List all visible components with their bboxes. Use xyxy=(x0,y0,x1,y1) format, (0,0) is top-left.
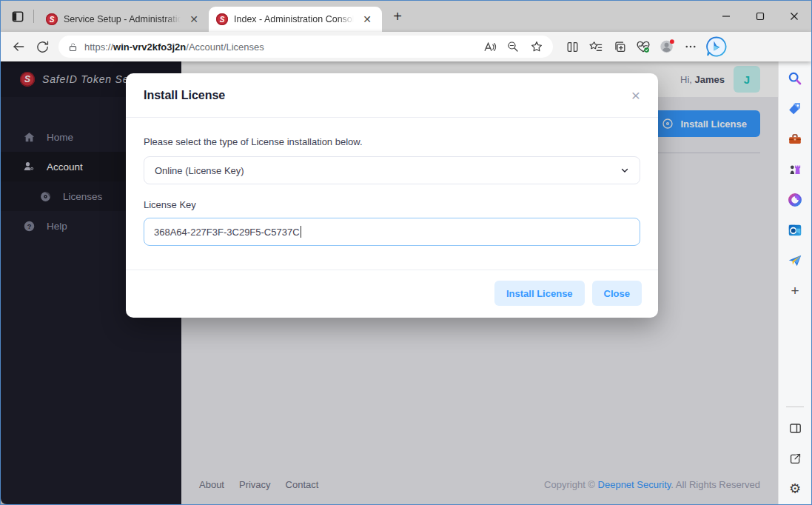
new-tab-button[interactable]: + xyxy=(388,7,407,26)
copilot-bing-icon[interactable] xyxy=(705,36,728,58)
license-type-select[interactable]: Online (License Key) xyxy=(144,156,640,184)
profile-avatar-icon[interactable] xyxy=(655,35,679,58)
split-screen-icon[interactable] xyxy=(560,35,584,58)
tab-index-active[interactable]: S Index - Administration Console ✕ xyxy=(209,7,382,32)
read-aloud-icon[interactable] xyxy=(477,35,501,58)
window-controls xyxy=(709,4,811,29)
tab-title: Service Setup - Administration Console xyxy=(64,14,181,24)
browser-window: S Service Setup - Administration Console… xyxy=(0,0,812,505)
zoom-out-icon[interactable] xyxy=(501,35,525,58)
back-icon[interactable] xyxy=(7,35,30,58)
modal-install-license-button[interactable]: Install License xyxy=(494,281,585,306)
tab-divider xyxy=(33,10,34,23)
url-text: https://win-vrv2kfo3j2n/Account/Licenses xyxy=(84,41,264,53)
favorite-star-icon[interactable] xyxy=(525,35,548,58)
text-caret xyxy=(301,226,301,238)
web-page-area: S SafeID Token Service Home Accou xyxy=(1,61,778,504)
tab-actions-menu-icon[interactable] xyxy=(10,8,26,24)
license-key-value: 368A64-227F3F-3C29F5-C5737C xyxy=(154,227,300,238)
modal-close-icon[interactable]: × xyxy=(631,87,640,103)
sidebar-outlook-icon[interactable] xyxy=(785,221,805,240)
lock-icon xyxy=(67,41,78,53)
tab-close-icon[interactable]: ✕ xyxy=(360,13,375,26)
sidebar-tools-icon[interactable] xyxy=(785,130,805,149)
sidebar-games-icon[interactable] xyxy=(785,160,805,179)
safeid-favicon-icon: S xyxy=(216,13,228,25)
favorites-list-icon[interactable] xyxy=(584,35,608,58)
more-options-icon[interactable] xyxy=(679,35,702,58)
license-key-input[interactable]: 368A64-227F3F-3C29F5-C5737C xyxy=(144,218,640,246)
toolbar-right-icons xyxy=(560,35,728,58)
chevron-down-icon xyxy=(620,166,629,175)
collections-icon[interactable] xyxy=(608,35,631,58)
sidebar-panel-icon[interactable] xyxy=(785,418,805,438)
edge-sidebar: + ⚙ xyxy=(778,61,811,504)
sidebar-shopping-icon[interactable] xyxy=(785,99,805,118)
refresh-icon[interactable] xyxy=(30,35,54,58)
minimize-button[interactable] xyxy=(709,4,743,29)
sidebar-add-icon[interactable]: + xyxy=(785,281,805,301)
close-window-button[interactable] xyxy=(777,4,811,29)
modal-title: Install License xyxy=(144,89,225,102)
tab-strip: S Service Setup - Administration Console… xyxy=(1,1,811,32)
tab-close-icon[interactable]: ✕ xyxy=(187,13,201,26)
sidebar-microsoft-365-icon[interactable] xyxy=(785,190,805,210)
modal-close-button[interactable]: Close xyxy=(592,281,642,306)
tab-service-setup[interactable]: S Service Setup - Administration Console… xyxy=(38,7,209,32)
browser-toolbar: https://win-vrv2kfo3j2n/Account/Licenses xyxy=(1,32,811,61)
safeid-favicon-icon: S xyxy=(46,13,58,25)
install-license-modal: Install License × Please select the type… xyxy=(126,73,658,318)
edge-sidebar-bottom: ⚙ xyxy=(779,407,811,498)
maximize-button[interactable] xyxy=(743,4,777,29)
open-in-window-icon[interactable] xyxy=(785,449,805,468)
license-type-label: Please select the type of License instal… xyxy=(144,136,640,147)
address-bar[interactable]: https://win-vrv2kfo3j2n/Account/Licenses xyxy=(58,36,553,58)
tab-title: Index - Administration Console xyxy=(234,14,354,24)
select-value: Online (License Key) xyxy=(155,165,244,176)
sidebar-search-icon[interactable] xyxy=(785,69,805,88)
browser-essentials-icon[interactable] xyxy=(631,35,655,58)
sidebar-divider xyxy=(786,407,804,407)
sidebar-drop-icon[interactable] xyxy=(785,251,805,270)
license-key-label: License Key xyxy=(144,199,640,210)
settings-gear-icon[interactable]: ⚙ xyxy=(785,479,805,498)
